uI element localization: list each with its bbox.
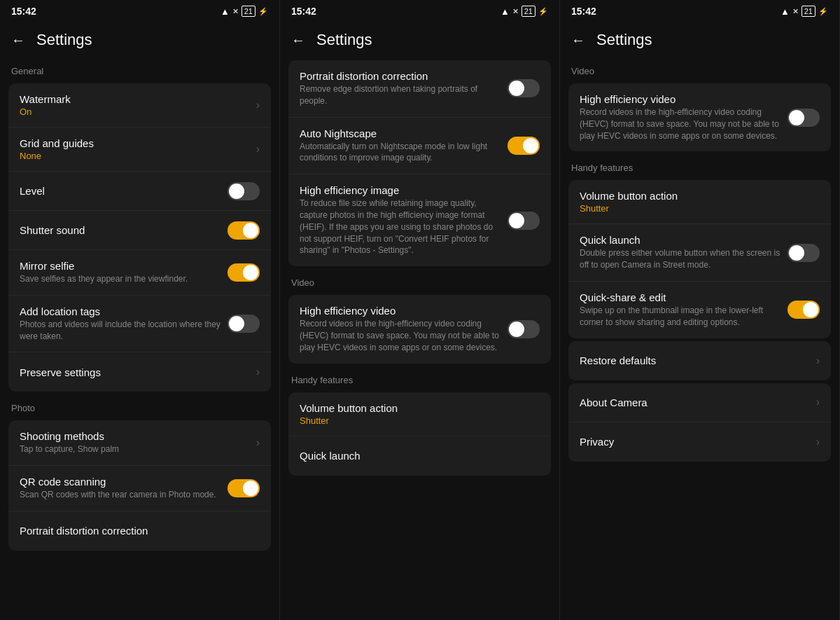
setting-item-privacy[interactable]: Privacy› [568, 422, 831, 462]
setting-title-privacy: Privacy [580, 436, 811, 448]
setting-item-shooting-methods[interactable]: Shooting methodsTap to capture, Show pal… [8, 420, 271, 466]
settings-content: VideoHigh efficiency videoRecord videos … [560, 57, 839, 620]
toggle-switch[interactable] [788, 301, 820, 319]
chevron-icon: › [256, 99, 260, 111]
setting-text-high-efficiency-video-2: High efficiency videoRecord videos in th… [300, 305, 502, 353]
setting-text-portrait-distortion: Portrait distortion correction [20, 525, 260, 537]
setting-item-about-camera[interactable]: About Camera› [568, 383, 831, 422]
toggle-switch[interactable] [788, 244, 820, 262]
battery-icon: 21 [522, 6, 536, 17]
settings-header: ←Settings [280, 22, 559, 57]
toggle-switch[interactable] [507, 137, 540, 155]
setting-text-quick-share: Quick-share & editSwipe up on the thumbn… [580, 291, 782, 329]
chevron-icon: › [256, 143, 260, 156]
setting-item-level: Level [8, 172, 271, 211]
setting-item-grid[interactable]: Grid and guidesNone› [8, 128, 271, 172]
setting-title-level: Level [20, 185, 222, 197]
toggle-switch[interactable] [507, 79, 540, 97]
setting-title-portrait-distortion-2: Portrait distortion correction [300, 70, 502, 82]
setting-item-qr-scanning: QR code scanningScan QR codes with the r… [8, 466, 271, 511]
settings-card-photo: Shooting methodsTap to capture, Show pal… [8, 420, 271, 551]
toggle-switch[interactable] [788, 109, 820, 127]
setting-title-about-camera: About Camera [580, 397, 811, 408]
wifi-icon: ▲ [220, 6, 230, 17]
battery-icon: 21 [241, 6, 255, 17]
setting-value-watermark: On [20, 106, 251, 117]
toggle-switch[interactable] [507, 212, 540, 230]
setting-item-restore-defaults[interactable]: Restore defaults› [568, 341, 831, 380]
settings-card-: Portrait distortion correctionRemove edg… [288, 60, 551, 266]
toggle-switch[interactable] [227, 263, 260, 282]
back-button[interactable]: ← [291, 32, 305, 48]
setting-item-high-efficiency-video-3: High efficiency videoRecord videos in th… [568, 83, 831, 151]
setting-item-shutter-sound: Shutter sound [8, 211, 271, 250]
settings-card-video: High efficiency videoRecord videos in th… [568, 83, 831, 151]
setting-item-auto-nightscape: Auto NightscapeAutomatically turn on Nig… [288, 118, 551, 175]
signal-icon: ✕ [792, 7, 799, 16]
toggle-switch[interactable] [227, 221, 260, 240]
setting-subtitle-shooting-methods: Tap to capture, Show palm [20, 443, 251, 455]
status-time: 15:42 [571, 6, 596, 17]
chevron-icon: › [816, 354, 820, 367]
setting-text-quick-launch-2: Quick launch [300, 450, 540, 462]
toggle-switch[interactable] [227, 315, 260, 333]
page-title: Settings [36, 31, 92, 49]
setting-item-quick-launch-3: Quick launchDouble press either volume b… [568, 224, 831, 282]
setting-item-volume-button-2[interactable]: Volume button actionShutter [288, 392, 551, 436]
setting-text-qr-scanning: QR code scanningScan QR codes with the r… [20, 476, 222, 501]
section-label: Handy features [560, 154, 839, 177]
section-label: General [0, 57, 279, 81]
status-icons: ▲✕21⚡ [500, 6, 548, 17]
setting-title-portrait-distortion: Portrait distortion correction [20, 525, 260, 537]
setting-title-shooting-methods: Shooting methods [20, 430, 251, 442]
bolt-icon: ⚡ [538, 7, 548, 16]
section-label: Photo [0, 394, 279, 418]
status-icons: ▲✕21⚡ [780, 6, 828, 17]
setting-text-grid: Grid and guidesNone [20, 137, 251, 161]
wifi-icon: ▲ [780, 6, 790, 17]
setting-item-volume-button-3[interactable]: Volume button actionShutter [568, 180, 831, 224]
chevron-icon: › [256, 366, 260, 378]
setting-text-about-camera: About Camera [580, 397, 811, 408]
back-button[interactable]: ← [11, 32, 25, 48]
setting-subtitle-high-efficiency-video-3: Record videos in the high-efficiency vid… [580, 106, 782, 142]
toggle-switch[interactable] [507, 320, 540, 338]
setting-subtitle-portrait-distortion-2: Remove edge distortion when taking portr… [300, 83, 502, 107]
back-button[interactable]: ← [571, 32, 585, 48]
setting-item-portrait-distortion-2: Portrait distortion correctionRemove edg… [288, 60, 551, 118]
setting-item-preserve-settings[interactable]: Preserve settings› [8, 352, 271, 392]
status-time: 15:42 [11, 6, 36, 17]
toggle-switch[interactable] [227, 182, 260, 200]
setting-title-watermark: Watermark [20, 93, 251, 105]
page-title: Settings [316, 31, 372, 49]
setting-title-volume-button-3: Volume button action [580, 190, 820, 202]
setting-text-auto-nightscape: Auto NightscapeAutomatically turn on Nig… [300, 128, 502, 165]
chevron-icon: › [256, 436, 260, 449]
setting-title-high-efficiency-video-2: High efficiency video [300, 305, 502, 317]
setting-text-volume-button-2: Volume button actionShutter [300, 402, 540, 426]
setting-subtitle-quick-launch-3: Double press either volume button when t… [580, 247, 782, 271]
setting-title-volume-button-2: Volume button action [300, 402, 540, 414]
setting-item-add-location: Add location tagsPhotos and videos will … [8, 296, 271, 353]
setting-text-mirror-selfie: Mirror selfieSave selfies as they appear… [20, 260, 222, 285]
toggle-switch[interactable] [227, 479, 260, 497]
setting-subtitle-quick-share: Swipe up on the thumbnail image in the l… [580, 305, 782, 329]
setting-value-grid: None [20, 151, 251, 161]
setting-text-volume-button-3: Volume button actionShutter [580, 190, 820, 214]
setting-value-volume-button-2: Shutter [300, 415, 540, 426]
setting-text-shutter-sound: Shutter sound [20, 224, 222, 236]
setting-item-quick-launch-2: Quick launch [288, 436, 551, 476]
status-time: 15:42 [291, 6, 316, 17]
settings-card-video: High efficiency videoRecord videos in th… [288, 295, 551, 363]
setting-text-add-location: Add location tagsPhotos and videos will … [20, 305, 222, 343]
setting-title-qr-scanning: QR code scanning [20, 476, 222, 488]
phone-panel-panel3: 15:42▲✕21⚡←SettingsVideoHigh efficiency … [560, 0, 840, 620]
setting-title-high-efficiency-video-3: High efficiency video [580, 93, 782, 105]
setting-text-shooting-methods: Shooting methodsTap to capture, Show pal… [20, 430, 251, 455]
settings-card-general: WatermarkOn›Grid and guidesNone›LevelShu… [8, 83, 271, 392]
setting-item-watermark[interactable]: WatermarkOn› [8, 83, 271, 128]
setting-item-portrait-distortion: Portrait distortion correction [8, 511, 271, 551]
setting-title-quick-share: Quick-share & edit [580, 291, 782, 303]
settings-content: Portrait distortion correctionRemove edg… [280, 57, 559, 620]
status-bar: 15:42▲✕21⚡ [0, 0, 279, 22]
